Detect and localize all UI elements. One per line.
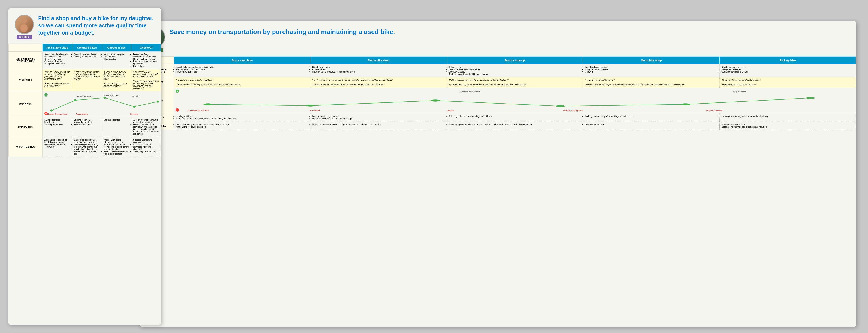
elliot-pain-2: Lacking trustworthy reviewsLots of repet… xyxy=(310,113,447,122)
reena-emotion-curve xyxy=(42,91,161,117)
reena-opp-1: Allow users to search all local shops wi… xyxy=(42,137,72,157)
elliot-opp-4: Offer online check-in xyxy=(583,122,720,130)
reena-title: Find a shop and buy a bike for my daught… xyxy=(38,15,155,36)
svg-point-6 xyxy=(133,106,135,108)
reena-opp-row: OPPORTUNITIES Allow users to search all … xyxy=(9,137,161,157)
elliot-ua-1: Search online marketplace for used bikes… xyxy=(174,64,310,77)
elliot-journey-map: ELLIOT Save money on transportation by p… xyxy=(140,21,856,327)
reena-stage-3: Choose a size xyxy=(102,44,131,52)
elliot-pain-5: Lacking transparency with turnaround and… xyxy=(720,113,856,122)
reena-user-actions-row: USER ACTIONS & TOUCHPOINTS Search for bi… xyxy=(9,52,161,69)
elliot-ua-5: Recall the shops addressNavigate to the … xyxy=(720,64,856,77)
reena-thought-2: "I don't know where to start and what is… xyxy=(72,69,102,91)
svg-point-3 xyxy=(50,109,53,112)
svg-point-11 xyxy=(204,103,213,105)
elliot-user-actions-row: USER ACTIONS & TOUCHPOINTS Search online… xyxy=(140,64,856,77)
elliot-table: Buy a used bike Find a bike shop Book a … xyxy=(140,56,856,130)
elliot-emotion-curve xyxy=(174,88,856,113)
svg-point-4 xyxy=(74,99,76,102)
reena-emotions-label: EMOTIONS xyxy=(9,91,42,117)
reena-table: Find a bike shop Compare bikes Choose a … xyxy=(8,44,161,157)
reena-ua-3: Measure her daughterTest ride bikesChoos… xyxy=(102,52,131,69)
reena-ua-2: Consult store employeeConvey needs/use c… xyxy=(72,52,102,69)
elliot-pain-row: PAIN POINTS Lacking trust fromMany marke… xyxy=(140,113,856,122)
elliot-stage-2: Find a bike shop xyxy=(310,57,447,64)
reena-pain-4: A lot of information input is required a… xyxy=(131,117,161,137)
reena-thoughts-row: THOUGHTS "How do I know a shop has what … xyxy=(9,69,161,91)
elliot-thought-5: "I hope my bike is ready when I get ther… xyxy=(720,77,856,88)
elliot-stage-1: Buy a used bike xyxy=(174,57,310,64)
svg-point-16 xyxy=(806,97,815,99)
elliot-title: Save money on transportation by purchasi… xyxy=(169,28,850,36)
elliot-emotions-content: + − Accomplished, Hopeful Eager, Excited… xyxy=(174,88,856,113)
reena-emotions-row: EMOTIONS + − Grateful for experts Hopefu… xyxy=(9,91,161,117)
elliot-header: ELLIOT Save money on transportation by p… xyxy=(140,21,856,56)
elliot-opp-5: Updates on service statusNotifications i… xyxy=(720,122,856,130)
elliot-thought-4: "I hope the shop isn't too busy.""Should… xyxy=(583,77,720,88)
elliot-thought-3: "Will this service cover all of my bikes… xyxy=(447,77,583,88)
elliot-ua-3: Select a shopDetermine what service is n… xyxy=(447,64,583,77)
elliot-thoughts-row: THOUGHTS "I wish it was easier to find a… xyxy=(140,77,856,88)
reena-emotions-content: + − Grateful for experts Hopeful, Excite… xyxy=(42,91,161,117)
svg-point-7 xyxy=(157,101,159,103)
svg-point-14 xyxy=(556,105,565,107)
reena-pain-3: Lacking expertise xyxy=(102,117,131,137)
elliot-opp-row: OPPORTUNITIES Could offer a way to conne… xyxy=(140,122,856,130)
svg-point-5 xyxy=(103,97,106,99)
reena-opp-label: OPPORTUNITIES xyxy=(9,137,42,157)
svg-point-0 xyxy=(21,18,27,24)
elliot-stage-3: Book a tune-up xyxy=(447,57,583,64)
reena-thought-4: "I don't make large purchases often and … xyxy=(131,69,161,91)
elliot-thought-2: "I wish there was an easier way to compa… xyxy=(310,77,447,88)
reena-header: REENA Find a shop and buy a bike for my … xyxy=(8,8,161,44)
elliot-stage-5: Pick up bike xyxy=(720,57,856,64)
elliot-stage-4: Go to bike shop xyxy=(583,57,720,64)
reena-stage-4: Checkout xyxy=(131,44,161,52)
svg-point-13 xyxy=(431,100,440,102)
elliot-thought-1: "I wish it was easier to find a used bik… xyxy=(174,77,310,88)
reena-opp-2: Categorize bikes by use case and rider e… xyxy=(72,137,102,157)
reena-thoughts-label: THOUGHTS xyxy=(9,69,42,91)
elliot-opp-2: Make sure users are informed of general … xyxy=(310,122,447,130)
reena-opp-4: Suggest appropriate accessoriesAccount i… xyxy=(131,137,161,157)
reena-pain-2: Lacking technical knowledge of bikesSeek… xyxy=(72,117,102,137)
elliot-ua-2: Google bike shopsExplore ShopsNavigate t… xyxy=(310,64,447,77)
elliot-pain-1: Lacking trust fromMany marketplaces to s… xyxy=(174,113,310,122)
elliot-emotions-row: EMOTIONS + − Accomplished, Hopeful Eager… xyxy=(140,88,856,113)
elliot-ua-4: Find the shop's addressNavigate to the b… xyxy=(583,64,720,77)
svg-rect-2 xyxy=(21,25,27,30)
elliot-pain-3: Selecting a date to view openings isn't … xyxy=(447,113,583,122)
reena-pain-label: PAIN POINTS xyxy=(9,117,42,137)
reena-journey-map: REENA Find a shop and buy a bike for my … xyxy=(8,8,161,325)
reena-name-badge: REENA xyxy=(17,35,32,39)
reena-pain-1: Lacking technical knowledgeSeeking assis… xyxy=(42,117,72,137)
svg-point-15 xyxy=(681,103,690,105)
reena-pain-row: PAIN POINTS Lacking technical knowledgeS… xyxy=(9,117,161,137)
elliot-opp-1: Could offer a way to connect users to se… xyxy=(174,122,310,130)
reena-stage-1: Find a bike shop xyxy=(42,44,72,52)
reena-ua-label: USER ACTIONS & TOUCHPOINTS xyxy=(9,52,42,69)
reena-corner-th xyxy=(9,44,42,52)
reena-opp-3: Profiles with rider's information and ri… xyxy=(102,137,131,157)
elliot-opp-3: Show a range of openings so users can ch… xyxy=(447,122,583,130)
reena-thought-1: "How do I know a shop has what I need, w… xyxy=(42,69,72,91)
elliot-pain-4: Lacking transparency after bookings are … xyxy=(583,113,720,122)
reena-ua-1: Search for bike shops with kids bikes in… xyxy=(42,52,72,69)
reena-avatar-container: REENA xyxy=(15,15,34,39)
svg-point-12 xyxy=(306,105,315,107)
reena-avatar xyxy=(15,15,34,34)
reena-ua-4: Determine if any accessories are neededG… xyxy=(131,52,161,69)
reena-thought-3: "I want to make sure my daughter has wha… xyxy=(102,69,131,91)
reena-stage-2: Compare bikes xyxy=(72,44,102,52)
